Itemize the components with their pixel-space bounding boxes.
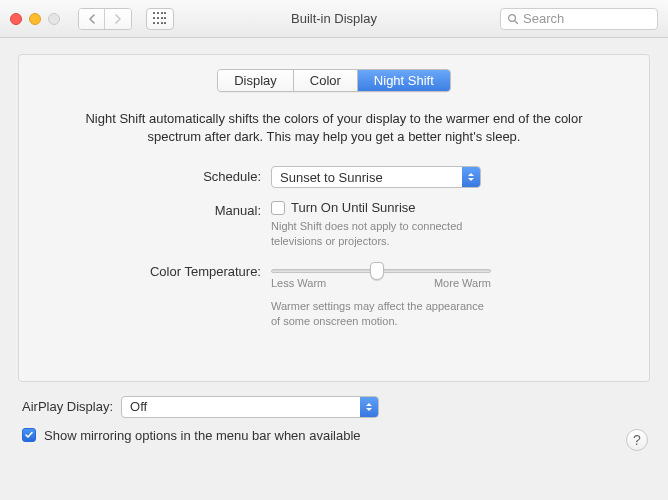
color-temp-hint: Warmer settings may affect the appearanc… [271, 299, 491, 329]
chevron-updown-icon [462, 167, 480, 187]
settings-panel: Display Color Night Shift Night Shift au… [18, 54, 650, 382]
search-input[interactable]: Search [500, 8, 658, 30]
settings-form: Schedule: Sunset to Sunrise Manual: Tur [119, 166, 549, 328]
back-button[interactable] [79, 9, 105, 29]
traffic-lights [10, 13, 60, 25]
minimize-window-button[interactable] [29, 13, 41, 25]
forward-button[interactable] [105, 9, 131, 29]
search-icon [507, 13, 519, 25]
manual-row: Manual: Turn On Until Sunrise Night Shif… [119, 200, 549, 249]
airplay-row: AirPlay Display: Off [22, 396, 646, 418]
titlebar: Built-in Display Search [0, 0, 668, 38]
schedule-label: Schedule: [119, 166, 271, 184]
schedule-value: Sunset to Sunrise [272, 170, 462, 185]
airplay-select[interactable]: Off [121, 396, 379, 418]
slider-less-label: Less Warm [271, 277, 326, 289]
footer: AirPlay Display: Off Show mirroring opti… [0, 388, 668, 465]
tab-color[interactable]: Color [294, 70, 358, 91]
airplay-label: AirPlay Display: [22, 399, 113, 414]
slider-thumb[interactable] [370, 262, 384, 280]
manual-checkbox[interactable] [271, 201, 285, 215]
description-text: Night Shift automatically shifts the col… [73, 110, 595, 146]
mirroring-label: Show mirroring options in the menu bar w… [44, 428, 361, 443]
manual-checkbox-label: Turn On Until Sunrise [291, 200, 416, 215]
grid-icon [153, 12, 167, 26]
tab-night-shift[interactable]: Night Shift [358, 70, 450, 91]
manual-hint: Night Shift does not apply to connected … [271, 219, 491, 249]
zoom-window-button [48, 13, 60, 25]
slider-more-label: More Warm [434, 277, 491, 289]
svg-line-1 [515, 20, 518, 23]
close-window-button[interactable] [10, 13, 22, 25]
mirroring-row: Show mirroring options in the menu bar w… [22, 428, 646, 443]
help-button[interactable]: ? [626, 429, 648, 451]
tab-bar: Display Color Night Shift [33, 69, 635, 92]
color-temp-slider[interactable] [271, 269, 491, 273]
tab-display[interactable]: Display [218, 70, 294, 91]
help-icon: ? [633, 432, 641, 448]
nav-buttons [78, 8, 132, 30]
schedule-row: Schedule: Sunset to Sunrise [119, 166, 549, 188]
color-temp-label: Color Temperature: [119, 261, 271, 279]
airplay-value: Off [122, 399, 360, 414]
mirroring-checkbox[interactable] [22, 428, 36, 442]
schedule-select[interactable]: Sunset to Sunrise [271, 166, 481, 188]
color-temp-row: Color Temperature: Less Warm More Warm W… [119, 261, 549, 329]
manual-label: Manual: [119, 200, 271, 218]
show-all-button[interactable] [146, 8, 174, 30]
content-area: Display Color Night Shift Night Shift au… [0, 38, 668, 388]
chevron-updown-icon [360, 397, 378, 417]
search-placeholder: Search [523, 11, 564, 26]
